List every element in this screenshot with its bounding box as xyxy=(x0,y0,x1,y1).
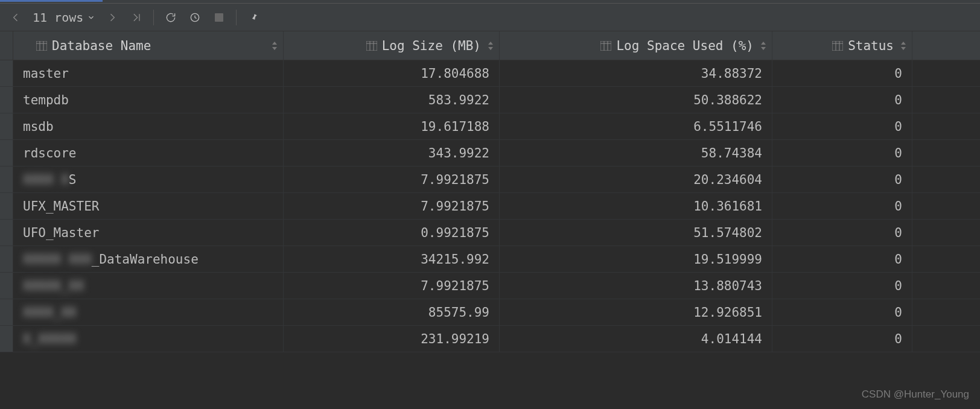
cell-status[interactable]: 0 xyxy=(772,140,912,166)
column-label: Database Name xyxy=(52,39,151,53)
cell-database-name[interactable]: tempdb xyxy=(13,87,284,113)
active-tab-indicator xyxy=(0,0,103,2)
cell-log-size[interactable]: 17.804688 xyxy=(284,60,500,86)
sort-indicator xyxy=(900,41,907,51)
next-page-button xyxy=(101,7,123,28)
row-gutter xyxy=(0,166,13,192)
rows-count-dropdown[interactable]: 11 rows xyxy=(29,10,99,25)
cell-log-size[interactable]: 343.9922 xyxy=(284,140,500,166)
cell-status[interactable]: 0 xyxy=(772,273,912,299)
pin-tab-button[interactable] xyxy=(243,7,264,28)
table-row[interactable]: rdscore343.992258.743840 xyxy=(0,140,980,166)
chevron-down-icon xyxy=(87,13,95,22)
footer: CSDN @Hunter_Young xyxy=(0,380,980,409)
cell-log-size[interactable]: 7.9921875 xyxy=(284,193,500,219)
cell-status[interactable]: 0 xyxy=(772,326,912,352)
row-gutter xyxy=(0,113,13,139)
row-gutter xyxy=(0,273,13,299)
cell-log-size[interactable]: 7.9921875 xyxy=(284,166,500,192)
cell-database-name[interactable]: X_XXXXX xyxy=(13,326,284,352)
cell-database-name[interactable]: UFX_MASTER xyxy=(13,193,284,219)
watermark-text: CSDN @Hunter_Young xyxy=(862,388,969,401)
column-header-log-size[interactable]: Log Size (MB) xyxy=(284,31,500,60)
table-row[interactable]: msdb19.6171886.55117460 xyxy=(0,113,980,140)
cell-status[interactable]: 0 xyxy=(772,246,912,272)
cell-log-space-used[interactable]: 10.361681 xyxy=(500,193,772,219)
cell-log-space-used[interactable]: 50.388622 xyxy=(500,87,772,113)
cell-log-size[interactable]: 7.9921875 xyxy=(284,273,500,299)
cell-log-size[interactable]: 583.9922 xyxy=(284,87,500,113)
table-row[interactable]: UFX_MASTER7.992187510.3616810 xyxy=(0,193,980,220)
table-row[interactable]: XXXX_XX85575.9912.9268510 xyxy=(0,299,980,326)
column-icon xyxy=(366,41,377,51)
cell-log-space-used[interactable]: 51.574802 xyxy=(500,220,772,246)
column-label: Log Space Used (%) xyxy=(616,39,754,53)
cell-database-name[interactable]: XXXXX XXX_DataWarehouse xyxy=(13,246,284,272)
clock-back-icon xyxy=(189,11,201,24)
toolbar-separator xyxy=(153,10,154,25)
cell-log-size[interactable]: 19.617188 xyxy=(284,113,500,139)
cell-database-name[interactable]: rdscore xyxy=(13,140,284,166)
cell-log-size[interactable]: 34215.992 xyxy=(284,246,500,272)
cancel-query-button[interactable] xyxy=(184,7,206,28)
reload-icon xyxy=(165,11,177,24)
svg-rect-14 xyxy=(832,41,843,51)
chevron-right-icon xyxy=(106,11,118,24)
table-row[interactable]: XXXXX XXX_DataWarehouse34215.99219.51999… xyxy=(0,246,980,273)
cell-log-space-used[interactable]: 34.88372 xyxy=(500,60,772,86)
cell-status[interactable]: 0 xyxy=(772,193,912,219)
column-icon xyxy=(832,41,843,51)
table-row[interactable]: master17.80468834.883720 xyxy=(0,60,980,87)
column-header-log-space-used[interactable]: Log Space Used (%) xyxy=(500,31,772,60)
cell-status[interactable]: 0 xyxy=(772,60,912,86)
cell-log-space-used[interactable]: 20.234604 xyxy=(500,166,772,192)
table-row[interactable]: XXXXX_XX7.992187513.8807430 xyxy=(0,273,980,299)
cell-status[interactable]: 0 xyxy=(772,166,912,192)
svg-rect-2 xyxy=(36,41,47,51)
row-gutter xyxy=(0,60,13,86)
chevron-right-bar-icon xyxy=(130,11,142,24)
cell-log-space-used[interactable]: 13.880743 xyxy=(500,273,772,299)
cell-log-space-used[interactable]: 19.519999 xyxy=(500,246,772,272)
cell-database-name[interactable]: msdb xyxy=(13,113,284,139)
cell-database-name[interactable]: XXXXX_XX xyxy=(13,273,284,299)
cell-status[interactable]: 0 xyxy=(772,113,912,139)
table-row[interactable]: XXXX XS7.992187520.2346040 xyxy=(0,166,980,193)
row-gutter xyxy=(0,220,13,246)
cell-status[interactable]: 0 xyxy=(772,299,912,325)
last-page-button xyxy=(126,7,147,28)
row-gutter xyxy=(0,140,13,166)
cell-status[interactable]: 0 xyxy=(772,220,912,246)
cell-status[interactable]: 0 xyxy=(772,87,912,113)
cell-log-space-used[interactable]: 4.014144 xyxy=(500,326,772,352)
toolbar: 11 rows xyxy=(0,4,980,31)
cell-log-space-used[interactable]: 12.926851 xyxy=(500,299,772,325)
cell-log-size[interactable]: 0.9921875 xyxy=(284,220,500,246)
chevron-left-icon xyxy=(10,11,22,24)
sort-indicator xyxy=(487,41,494,51)
row-gutter xyxy=(0,299,13,325)
cell-database-name[interactable]: UFO_Master xyxy=(13,220,284,246)
column-label: Log Size (MB) xyxy=(382,39,481,53)
column-icon xyxy=(36,41,47,51)
table-row[interactable]: X_XXXXX231.992194.0141440 xyxy=(0,326,980,352)
column-header-status[interactable]: Status xyxy=(772,31,912,60)
cell-log-size[interactable]: 231.99219 xyxy=(284,326,500,352)
svg-rect-6 xyxy=(366,41,377,51)
row-gutter xyxy=(0,246,13,272)
cell-database-name[interactable]: XXXX_XX xyxy=(13,299,284,325)
cell-log-space-used[interactable]: 58.74384 xyxy=(500,140,772,166)
results-grid: Database Name Log Size (MB) Log Space Us… xyxy=(0,31,980,352)
reload-button[interactable] xyxy=(160,7,182,28)
toolbar-separator xyxy=(236,10,237,25)
cell-log-size[interactable]: 85575.99 xyxy=(284,299,500,325)
cell-database-name[interactable]: master xyxy=(13,60,284,86)
column-header-database-name[interactable]: Database Name xyxy=(13,31,284,60)
table-row[interactable]: UFO_Master0.992187551.5748020 xyxy=(0,220,980,246)
table-row[interactable]: tempdb583.992250.3886220 xyxy=(0,87,980,113)
cell-log-space-used[interactable]: 6.5511746 xyxy=(500,113,772,139)
pin-icon xyxy=(247,11,259,24)
cell-database-name[interactable]: XXXX XS xyxy=(13,166,284,192)
stop-icon xyxy=(215,13,223,22)
svg-rect-10 xyxy=(600,41,611,51)
